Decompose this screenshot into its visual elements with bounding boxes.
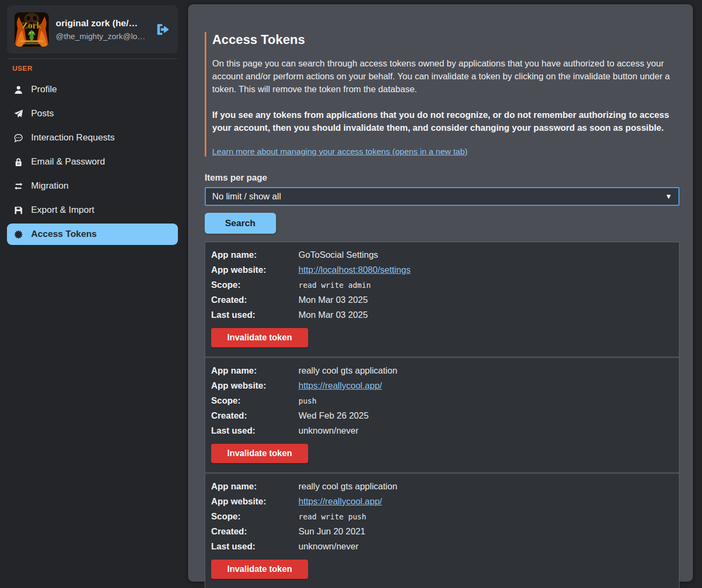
field-label: App name:	[211, 250, 298, 260]
sidebar-section-label: USER	[12, 64, 178, 72]
zork-avatar-art: Zork	[14, 12, 49, 47]
field-label: Scope:	[211, 396, 298, 406]
token-last-used: unknown/never	[298, 541, 673, 552]
token-created: Wed Feb 26 2025	[298, 411, 673, 421]
seal-icon	[14, 230, 23, 239]
token-website-link[interactable]: https://reallycool.app/	[298, 496, 382, 506]
page-root: { "sidebar": { "user": { "display_name":…	[0, 0, 702, 588]
token-fields: App name: GoToSocial Settings App websit…	[211, 250, 673, 320]
token-website-link[interactable]: http://localhost:8080/settings	[298, 265, 410, 274]
lock-icon	[14, 158, 23, 167]
sidebar-item-label: Migration	[31, 181, 69, 191]
token-entry: App name: really cool gts application Ap…	[205, 356, 679, 472]
comment-dots-icon	[14, 133, 23, 143]
token-scope: read write push	[298, 512, 673, 521]
sidebar-item-label: Profile	[31, 84, 57, 95]
sidebar-item-profile[interactable]: Profile	[7, 79, 178, 100]
field-label: Created:	[211, 411, 298, 421]
field-label: Created:	[211, 295, 298, 305]
sidebar: Zork original zork (he/… @the_mighty_zor…	[0, 0, 185, 588]
token-app-website: https://reallycool.app/	[298, 496, 673, 507]
select-value: No limit / show all	[212, 191, 281, 202]
search-button[interactable]: Search	[205, 213, 276, 234]
invalidate-token-button[interactable]: Invalidate token	[211, 444, 308, 463]
warning-text: If you see any tokens from applications …	[212, 108, 679, 134]
sidebar-item-access-tokens[interactable]: Access Tokens	[7, 224, 178, 245]
page-title: Access Tokens	[212, 32, 679, 47]
token-app-website: https://reallycool.app/	[298, 381, 673, 391]
sidebar-item-label: Email & Password	[31, 157, 105, 167]
token-entry: App name: GoToSocial Settings App websit…	[205, 242, 679, 356]
logout-icon[interactable]	[155, 22, 170, 37]
sidebar-item-label: Access Tokens	[31, 229, 97, 240]
token-fields: App name: really cool gts application Ap…	[211, 481, 673, 552]
paper-plane-icon	[14, 109, 23, 118]
user-icon	[14, 85, 23, 94]
field-label: Last used:	[211, 541, 298, 552]
chevron-down-icon: ▼	[665, 192, 672, 200]
user-card[interactable]: Zork original zork (he/… @the_mighty_zor…	[7, 5, 178, 54]
invalidate-token-button[interactable]: Invalidate token	[211, 328, 308, 347]
field-label: App name:	[211, 481, 298, 492]
invalidate-token-button[interactable]: Invalidate token	[211, 560, 308, 579]
sidebar-item-label: Posts	[31, 108, 54, 119]
token-created: Mon Mar 03 2025	[298, 295, 673, 305]
token-app-name: really cool gts application	[298, 481, 673, 492]
avatar: Zork	[14, 12, 49, 47]
field-label: App website:	[211, 381, 298, 391]
field-label: Last used:	[211, 426, 298, 436]
learn-more-link[interactable]: Learn more about managing your access to…	[212, 147, 467, 156]
field-label: App website:	[211, 496, 298, 507]
sidebar-item-email-password[interactable]: Email & Password	[7, 151, 178, 173]
sidebar-item-posts[interactable]: Posts	[7, 103, 178, 124]
intro-text: On this page you can search through acce…	[212, 57, 679, 95]
access-tokens-panel: Access Tokens On this page you can searc…	[188, 4, 693, 582]
user-handle: @the_mighty_zork@lo…	[56, 32, 148, 41]
field-label: App website:	[211, 265, 298, 275]
token-website-link[interactable]: https://reallycool.app/	[298, 381, 382, 390]
sidebar-item-interaction-requests[interactable]: Interaction Requests	[7, 127, 178, 148]
sidebar-item-label: Interaction Requests	[31, 132, 115, 143]
sidebar-nav: Profile Posts Interaction Requests	[7, 79, 178, 245]
token-entry: App name: really cool gts application Ap…	[205, 472, 679, 588]
sidebar-divider	[8, 58, 177, 59]
items-per-page-select[interactable]: No limit / show all ▼	[205, 187, 679, 206]
token-scope: push	[298, 397, 673, 405]
token-app-name: GoToSocial Settings	[298, 250, 673, 260]
field-label: Last used:	[211, 310, 298, 320]
token-list: App name: GoToSocial Settings App websit…	[205, 242, 679, 588]
svg-text:Zork: Zork	[22, 20, 42, 31]
field-label: Scope:	[211, 511, 298, 522]
token-scope: read write admin	[298, 281, 673, 289]
token-last-used: Mon Mar 03 2025	[298, 310, 673, 320]
token-fields: App name: really cool gts application Ap…	[211, 366, 673, 436]
field-label: App name:	[211, 366, 298, 376]
user-display-name: original zork (he/…	[56, 18, 148, 29]
token-created: Sun Jun 20 2021	[298, 526, 673, 537]
field-label: Scope:	[211, 280, 298, 290]
page-header: Access Tokens On this page you can searc…	[205, 32, 679, 157]
token-app-name: really cool gts application	[298, 366, 673, 376]
token-app-website: http://localhost:8080/settings	[298, 265, 673, 275]
items-per-page-label: Items per page	[205, 173, 679, 183]
field-label: Created:	[211, 526, 298, 537]
main-area: Access Tokens On this page you can searc…	[185, 0, 702, 588]
sidebar-item-export-import[interactable]: Export & Import	[7, 199, 178, 221]
token-last-used: unknown/never	[298, 426, 673, 436]
user-meta: original zork (he/… @the_mighty_zork@lo…	[56, 18, 148, 41]
exchange-icon	[14, 182, 23, 191]
sidebar-item-label: Export & Import	[31, 205, 94, 215]
sidebar-item-migration[interactable]: Migration	[7, 175, 178, 197]
save-icon	[14, 206, 23, 215]
